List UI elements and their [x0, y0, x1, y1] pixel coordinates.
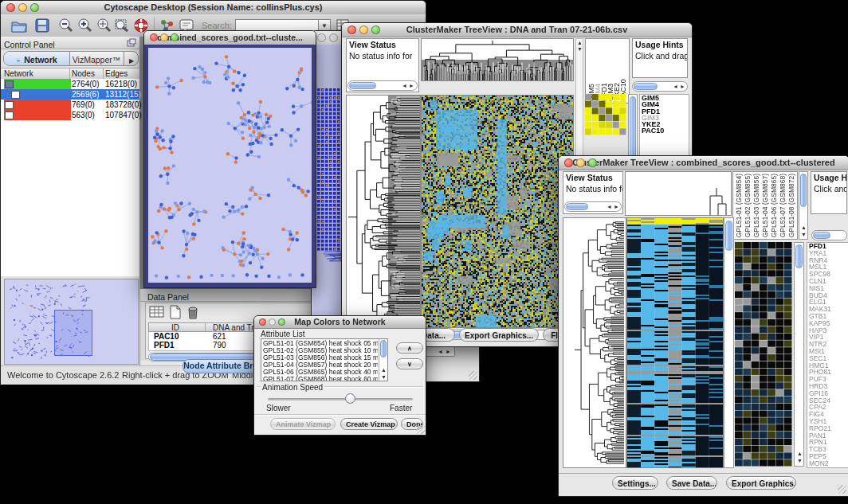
zoom-fit-icon[interactable] — [114, 18, 130, 33]
treeview2-title-bar[interactable]: ClusterMaker TreeView : combined_scores_… — [559, 156, 848, 170]
close-button[interactable] — [317, 33, 326, 42]
tv2-status-hscroll[interactable]: ◄► — [564, 201, 622, 212]
attribute-list-item[interactable]: GPL51-02 (GSM855) heat shock 10 min — [263, 347, 378, 354]
network-row[interactable]: combined_sco2569(6)13112(15) — [1, 89, 139, 100]
treeview1-title: ClusterMaker TreeView : DNA and Tran 07-… — [406, 25, 628, 34]
network1-canvas[interactable] — [148, 48, 312, 283]
close-button[interactable] — [347, 25, 356, 34]
network-row-name: RNAPuberNov2+| — [4, 110, 71, 120]
tv2-export-graphics-button[interactable]: Export Graphics... — [726, 476, 796, 490]
network1-title-bar[interactable]: combined_scores_good.txt--cluste... — [144, 31, 316, 45]
treeview2-window: ClusterMaker TreeView : combined_scores_… — [558, 155, 848, 497]
delete-attribute-icon[interactable] — [186, 305, 200, 319]
new-attribute-icon[interactable] — [168, 305, 183, 319]
tv2-column-dendrogram[interactable] — [625, 171, 732, 216]
network-row-name: combined_sco — [10, 89, 71, 100]
tv1-usage-hints: Usage Hints Click and drag to — [632, 38, 688, 78]
minimize-button[interactable] — [329, 33, 338, 42]
attribute-list-item[interactable]: GPL51-04 (GSM857) heat shock 20 min — [263, 361, 378, 369]
close-button[interactable] — [259, 318, 266, 326]
open-file-icon[interactable] — [10, 18, 28, 33]
attribute-list-box[interactable]: GPL51-01 (GSM854) heat shock 05 minGPL51… — [261, 338, 388, 381]
gene-label: MON2 — [807, 460, 848, 467]
network-window-1: combined_scores_good.txt--cluste... — [143, 30, 316, 288]
tv2-hints-hscroll[interactable] — [811, 230, 847, 240]
tab-network[interactable]: ⌁ Network — [4, 52, 70, 65]
document-icon — [5, 101, 14, 109]
slider-thumb[interactable] — [345, 393, 355, 404]
save-icon[interactable] — [34, 18, 50, 33]
attribute-list-item[interactable]: GPL51-07 (GSM868) heat shock 60 min — [263, 376, 378, 381]
tab-vizmapper[interactable]: VizMapper™ — [69, 52, 124, 65]
close-button[interactable] — [564, 158, 573, 167]
tv2-gene-list[interactable]: PFD1YRA1RNR4MSL1SPC98CLN1NIS1BUD4ELG1MAK… — [807, 242, 848, 468]
network-row[interactable]: combined_scores2764(0)16218(0) — [1, 79, 139, 89]
main-title-bar[interactable]: Cytoscape Desktop (Session Name: collins… — [1, 1, 426, 15]
create-vizmap-button[interactable]: Create Vizmap — [340, 418, 398, 430]
zoom-button[interactable] — [30, 3, 39, 12]
tv1-hints-hscroll[interactable]: ◄► — [632, 81, 688, 92]
tv2-heat-vscroll[interactable] — [724, 217, 734, 468]
attribute-list-item[interactable]: GPL51-01 (GSM854) heat shock 05 min — [263, 340, 378, 347]
close-button[interactable] — [150, 33, 158, 41]
zoom-in-icon[interactable] — [77, 18, 93, 33]
animation-speed-slider[interactable] — [268, 398, 413, 400]
tv1-export-graphics-button[interactable]: Export Graphics... — [459, 328, 539, 342]
control-panel-tabs: ⌁ Network VizMapper™ ▶ — [3, 51, 139, 66]
attribute-list-label: Attribute List — [261, 330, 305, 338]
birdseye-view[interactable] — [4, 279, 139, 365]
minimize-button[interactable] — [576, 158, 585, 167]
animation-speed-label: Animation Speed — [261, 383, 324, 392]
move-down-button[interactable]: ∨ — [396, 358, 423, 369]
tv2-settings-button[interactable]: Settings... — [612, 476, 658, 490]
tv2-heatmap[interactable] — [626, 217, 724, 468]
dialog-title: Map Colors to Network — [294, 317, 385, 326]
tv1-status-hscroll[interactable]: ◄► — [347, 80, 418, 91]
tv1-column-dendrogram[interactable] — [421, 38, 574, 81]
zoom-button[interactable] — [371, 25, 380, 34]
network-nodes-value: 2569(6) — [72, 89, 99, 100]
control-panel-header: Control Panel — [1, 37, 139, 49]
float-panel-icon[interactable] — [127, 38, 136, 47]
tv1-zoom-matrix[interactable] — [585, 94, 626, 135]
tv1-heatmap[interactable] — [421, 95, 574, 328]
zoom-button[interactable] — [588, 158, 597, 167]
network-row[interactable]: RNAPuberNov2+|563(0)107847(0) — [1, 110, 139, 120]
resize-grip[interactable] — [469, 371, 477, 380]
minimize-button[interactable] — [18, 3, 27, 12]
network-row[interactable]: DNA and Tran 07769(0)183728(0) — [1, 100, 139, 110]
tv2-labels-vscroll[interactable]: ▲▼ — [799, 171, 808, 240]
attribute-select-icon[interactable] — [149, 305, 165, 319]
network-nodes-value: 769(0) — [72, 100, 95, 110]
network-edges-value: 183728(0) — [105, 100, 142, 110]
tv1-row-dendrogram[interactable] — [346, 95, 421, 328]
zoom-button[interactable] — [171, 33, 179, 41]
resize-grip[interactable] — [838, 485, 846, 494]
tv2-row-dendrogram[interactable] — [563, 217, 626, 468]
attribute-list-item[interactable]: GPL51-06 (GSM865) heat shock 40 min — [263, 369, 378, 376]
attribute-list-vscroll[interactable]: ▲▼ — [379, 339, 387, 381]
dialog-title-bar[interactable]: Map Colors to Network — [254, 316, 426, 329]
animate-vizmap-button[interactable]: Animate Vizmap — [270, 418, 336, 430]
tv2-sub-heatmap[interactable] — [735, 242, 792, 467]
minimize-button[interactable] — [269, 318, 276, 326]
attribute-list-item[interactable]: GPL51-03 (GSM856) heat shock 15 min — [263, 354, 378, 361]
zoom-selected-icon[interactable] — [96, 18, 112, 33]
tv2-save-data-button[interactable]: Save Data... — [666, 476, 717, 490]
resize-grip[interactable] — [416, 425, 425, 434]
close-button[interactable] — [6, 3, 15, 12]
treeview1-title-bar[interactable]: ClusterMaker TreeView : DNA and Tran 07-… — [342, 23, 692, 37]
minimize-button[interactable] — [359, 25, 368, 34]
move-up-button[interactable]: ∧ — [396, 342, 423, 354]
zoom-out-icon[interactable] — [58, 18, 74, 33]
document-icon — [5, 111, 14, 119]
minimize-button[interactable] — [160, 33, 168, 41]
tabs-overflow-button[interactable]: ▶ — [124, 52, 139, 65]
tv2-genes-vscroll[interactable]: ▲▼ — [794, 242, 804, 467]
network-table-header[interactable]: Network Nodes Edges — [1, 68, 139, 80]
row-id: PAC10 — [154, 332, 179, 341]
zoom-button[interactable] — [278, 318, 285, 326]
network1-title: combined_scores_good.txt--cluste... — [157, 33, 303, 42]
control-panel: Control Panel ⌁ Network VizMapper™ ▶ Net… — [1, 37, 140, 365]
column-label: GPL51-02 (GSM855) — [744, 174, 752, 237]
